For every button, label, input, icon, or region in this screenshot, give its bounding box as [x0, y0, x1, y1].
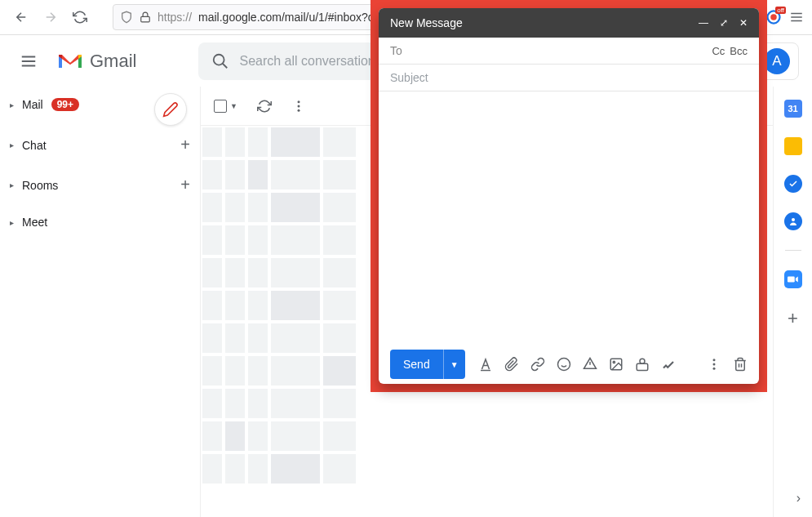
more-button[interactable]	[291, 99, 306, 114]
compose-window: New Message — ⤢ ✕ To Cc Bcc S	[379, 8, 759, 384]
expand-button[interactable]: ⤢	[720, 17, 728, 29]
sidebar-item-rooms[interactable]: ▸ Rooms +	[0, 171, 200, 199]
sidebar: ▸ Mail 99+ ▸ Chat + ▸ Rooms + ▸ Meet	[0, 87, 200, 517]
svg-point-21	[297, 105, 300, 107]
refresh-button[interactable]	[257, 99, 272, 114]
unread-badge: 99+	[51, 98, 79, 111]
keep-icon[interactable]	[784, 137, 802, 155]
gmail-icon	[57, 51, 83, 71]
select-all-checkbox[interactable]: ▼	[214, 100, 237, 113]
discard-button[interactable]	[733, 357, 748, 372]
svg-point-22	[297, 109, 300, 111]
add-chat-button[interactable]: +	[180, 136, 190, 154]
svg-point-4	[770, 14, 777, 20]
compose-header[interactable]: New Message — ⤢ ✕	[379, 8, 759, 38]
compose-footer: Send ▼	[379, 345, 759, 384]
contacts-icon[interactable]	[784, 212, 802, 230]
sidebar-label: Chat	[22, 139, 47, 152]
minimize-button[interactable]: —	[699, 17, 708, 29]
svg-point-31	[713, 363, 716, 366]
svg-point-25	[557, 359, 570, 371]
subject-input[interactable]	[390, 71, 748, 84]
chevron-right-icon: ▸	[10, 218, 14, 227]
back-button[interactable]	[8, 4, 34, 30]
send-options-button[interactable]: ▼	[443, 350, 465, 379]
pencil-icon	[162, 101, 179, 118]
gmail-logo[interactable]: Gmail	[57, 51, 136, 72]
svg-point-20	[297, 100, 300, 103]
image-icon[interactable]	[609, 357, 623, 372]
divider	[785, 250, 801, 251]
sidebar-label: Meet	[22, 216, 47, 229]
main-menu-button[interactable]	[13, 46, 44, 77]
subject-field[interactable]	[379, 65, 759, 91]
compose-body[interactable]	[379, 91, 759, 345]
chevron-right-icon: ▸	[10, 100, 14, 109]
add-addon-button[interactable]: +	[788, 308, 798, 329]
search-icon	[211, 52, 229, 70]
confidential-icon[interactable]	[635, 357, 650, 372]
menu-icon[interactable]	[789, 10, 804, 25]
signature-icon[interactable]	[661, 357, 676, 372]
chevron-right-icon: ▸	[10, 140, 14, 149]
extension-off-icon[interactable]: off	[766, 10, 781, 25]
drive-icon[interactable]	[583, 357, 597, 372]
svg-point-5	[214, 54, 224, 65]
link-icon[interactable]	[530, 357, 545, 372]
chevron-down-icon: ▼	[230, 102, 237, 110]
compose-button[interactable]	[154, 93, 187, 126]
cc-button[interactable]: Cc	[712, 45, 725, 57]
close-button[interactable]: ✕	[739, 17, 748, 29]
compose-highlight: New Message — ⤢ ✕ To Cc Bcc S	[371, 0, 767, 392]
bcc-button[interactable]: Bcc	[730, 45, 748, 57]
avatar[interactable]: A	[764, 48, 790, 74]
to-label: To	[390, 44, 402, 57]
sidebar-label: Rooms	[22, 179, 58, 192]
sidebar-item-chat[interactable]: ▸ Chat +	[0, 131, 200, 159]
send-button[interactable]: Send ▼	[390, 350, 465, 379]
lock-icon	[140, 11, 151, 23]
svg-rect-24	[788, 277, 795, 283]
attachment-icon[interactable]	[504, 357, 519, 372]
right-side-panel: 31 +	[773, 87, 812, 517]
svg-point-32	[713, 368, 716, 370]
url-https: https://	[158, 11, 192, 24]
more-options-button[interactable]	[707, 357, 721, 372]
svg-point-29	[640, 359, 645, 363]
tasks-icon[interactable]	[784, 175, 802, 193]
emoji-icon[interactable]	[557, 357, 571, 372]
reload-button[interactable]	[67, 4, 93, 30]
sidebar-label: Mail	[22, 98, 43, 111]
zoom-icon[interactable]	[784, 270, 802, 288]
svg-point-30	[713, 359, 716, 361]
sidebar-item-meet[interactable]: ▸ Meet	[0, 211, 200, 234]
formatting-icon[interactable]	[478, 357, 493, 372]
shield-icon	[120, 11, 133, 24]
to-field[interactable]: To Cc Bcc	[379, 38, 759, 65]
svg-rect-28	[637, 363, 648, 370]
svg-point-23	[792, 218, 795, 221]
svg-rect-0	[141, 16, 150, 21]
add-room-button[interactable]: +	[180, 176, 190, 194]
chevron-right-icon: ▸	[10, 181, 14, 189]
calendar-icon[interactable]: 31	[784, 100, 802, 118]
svg-point-27	[613, 361, 615, 363]
compose-title: New Message	[390, 16, 463, 29]
app-name: Gmail	[90, 51, 136, 72]
forward-button[interactable]	[38, 4, 64, 30]
expand-panel-button[interactable]: ›	[796, 491, 801, 506]
